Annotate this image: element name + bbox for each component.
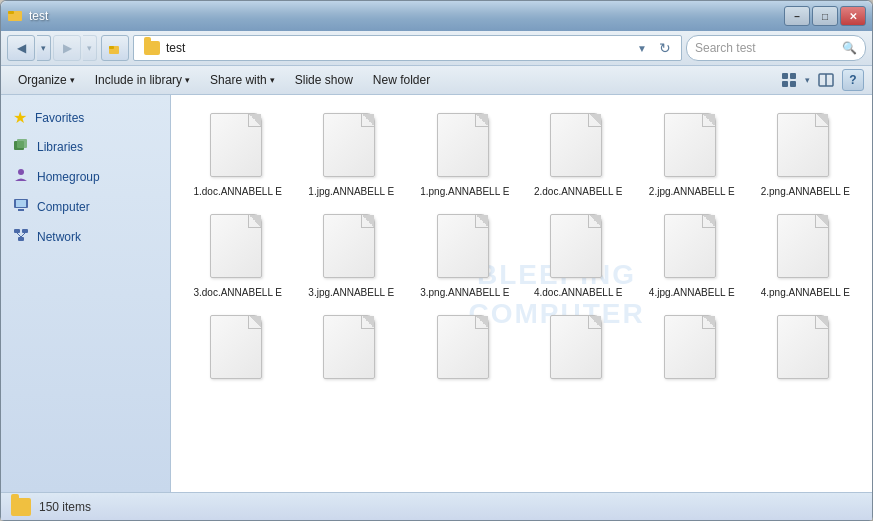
sidebar-item-computer[interactable]: Computer <box>1 192 170 222</box>
network-icon <box>13 227 29 247</box>
file-grid: 1.doc.ANNABELL E1.jpg.ANNABELL E1.png.AN… <box>179 103 864 397</box>
computer-icon <box>13 197 29 217</box>
svg-rect-1 <box>8 11 14 14</box>
toolbar: Organize ▾ Include in library ▾ Share wi… <box>1 66 872 95</box>
computer-label: Computer <box>37 200 90 214</box>
file-icon <box>210 113 266 181</box>
file-icon <box>777 214 833 282</box>
file-item[interactable] <box>410 309 520 393</box>
file-item[interactable] <box>297 309 407 393</box>
address-dropdown[interactable]: ▼ <box>635 43 649 54</box>
slide-show-label: Slide show <box>295 73 353 87</box>
file-item[interactable] <box>751 309 861 393</box>
file-item[interactable]: 3.png.ANNABELL E <box>410 208 520 305</box>
file-item[interactable] <box>637 309 747 393</box>
minimize-button[interactable]: – <box>784 6 810 26</box>
address-bar: ◀ ▾ ▶ ▾ test ▼ ↻ Search test 🔍 <box>1 31 872 66</box>
toolbar-right: ▾ ? <box>777 69 864 91</box>
close-button[interactable]: ✕ <box>840 6 866 26</box>
new-folder-button[interactable]: New folder <box>364 69 439 91</box>
organize-label: Organize <box>18 73 67 87</box>
file-icon <box>550 214 606 282</box>
file-icon <box>664 315 720 383</box>
refresh-button[interactable]: ↻ <box>655 38 675 58</box>
file-icon <box>210 214 266 282</box>
file-item[interactable]: 1.jpg.ANNABELL E <box>297 107 407 204</box>
svg-rect-6 <box>782 81 788 87</box>
search-icon[interactable]: 🔍 <box>842 41 857 55</box>
file-label: 2.doc.ANNABELL E <box>534 185 623 198</box>
file-icon <box>437 113 493 181</box>
explorer-window: test – □ ✕ ◀ ▾ ▶ ▾ test ▼ ↻ Search test … <box>0 0 873 521</box>
view-options-button[interactable] <box>777 69 801 91</box>
network-label: Network <box>37 230 81 244</box>
homegroup-label: Homegroup <box>37 170 100 184</box>
file-item[interactable]: 3.doc.ANNABELL E <box>183 208 293 305</box>
sidebar-item-favorites[interactable]: ★ Favorites <box>1 103 170 132</box>
file-label: 4.png.ANNABELL E <box>761 286 850 299</box>
file-area[interactable]: BLEEPING COMPUTER 1.doc.ANNABELL E1.jpg.… <box>171 95 872 492</box>
include-library-button[interactable]: Include in library ▾ <box>86 69 199 91</box>
main-area: ★ Favorites Libraries <box>1 95 872 492</box>
svg-rect-4 <box>782 73 788 79</box>
forward-dropdown[interactable]: ▾ <box>83 35 97 61</box>
file-icon <box>777 113 833 181</box>
address-field[interactable]: test ▼ ↻ <box>133 35 682 61</box>
file-item[interactable]: 4.doc.ANNABELL E <box>524 208 634 305</box>
status-item-count: 150 items <box>39 500 91 514</box>
share-with-button[interactable]: Share with ▾ <box>201 69 284 91</box>
svg-point-12 <box>18 169 24 175</box>
file-item[interactable]: 1.doc.ANNABELL E <box>183 107 293 204</box>
homegroup-icon <box>13 167 29 187</box>
sidebar: ★ Favorites Libraries <box>1 95 171 492</box>
preview-pane-button[interactable] <box>814 69 838 91</box>
organize-chevron: ▾ <box>70 75 75 85</box>
svg-rect-15 <box>18 209 24 211</box>
back-button[interactable]: ◀ <box>7 35 35 61</box>
file-label: 1.jpg.ANNABELL E <box>308 185 394 198</box>
file-icon <box>664 113 720 181</box>
file-item[interactable]: 2.doc.ANNABELL E <box>524 107 634 204</box>
help-button[interactable]: ? <box>842 69 864 91</box>
file-label: 3.jpg.ANNABELL E <box>308 286 394 299</box>
svg-line-20 <box>21 233 25 237</box>
file-label: 1.png.ANNABELL E <box>420 185 509 198</box>
file-item[interactable] <box>524 309 634 393</box>
forward-button[interactable]: ▶ <box>53 35 81 61</box>
favorites-label: Favorites <box>35 111 84 125</box>
file-item[interactable]: 3.jpg.ANNABELL E <box>297 208 407 305</box>
sidebar-item-network[interactable]: Network <box>1 222 170 252</box>
file-label: 2.jpg.ANNABELL E <box>649 185 735 198</box>
file-item[interactable]: 4.png.ANNABELL E <box>751 208 861 305</box>
favorites-icon: ★ <box>13 108 27 127</box>
file-label: 3.doc.ANNABELL E <box>193 286 282 299</box>
file-label: 3.png.ANNABELL E <box>420 286 509 299</box>
sidebar-item-libraries[interactable]: Libraries <box>1 132 170 162</box>
svg-line-19 <box>17 233 21 237</box>
organize-button[interactable]: Organize ▾ <box>9 69 84 91</box>
file-item[interactable] <box>183 309 293 393</box>
svg-rect-11 <box>17 139 27 148</box>
nav-buttons: ◀ ▾ ▶ ▾ <box>7 35 129 61</box>
maximize-button[interactable]: □ <box>812 6 838 26</box>
svg-rect-18 <box>18 237 24 241</box>
view-chevron[interactable]: ▾ <box>805 75 810 85</box>
svg-rect-17 <box>22 229 28 233</box>
slide-show-button[interactable]: Slide show <box>286 69 362 91</box>
back-dropdown[interactable]: ▾ <box>37 35 51 61</box>
file-item[interactable]: 2.jpg.ANNABELL E <box>637 107 747 204</box>
file-label: 2.png.ANNABELL E <box>761 185 850 198</box>
file-item[interactable]: 2.png.ANNABELL E <box>751 107 861 204</box>
file-label: 4.doc.ANNABELL E <box>534 286 623 299</box>
file-icon <box>437 315 493 383</box>
file-item[interactable]: 4.jpg.ANNABELL E <box>637 208 747 305</box>
file-item[interactable]: 1.png.ANNABELL E <box>410 107 520 204</box>
up-button[interactable] <box>101 35 129 61</box>
file-icon <box>210 315 266 383</box>
sidebar-item-homegroup[interactable]: Homegroup <box>1 162 170 192</box>
window-title: test <box>29 9 48 23</box>
search-box[interactable]: Search test 🔍 <box>686 35 866 61</box>
file-icon <box>550 113 606 181</box>
address-path: test <box>166 41 629 55</box>
status-bar: 150 items <box>1 492 872 520</box>
